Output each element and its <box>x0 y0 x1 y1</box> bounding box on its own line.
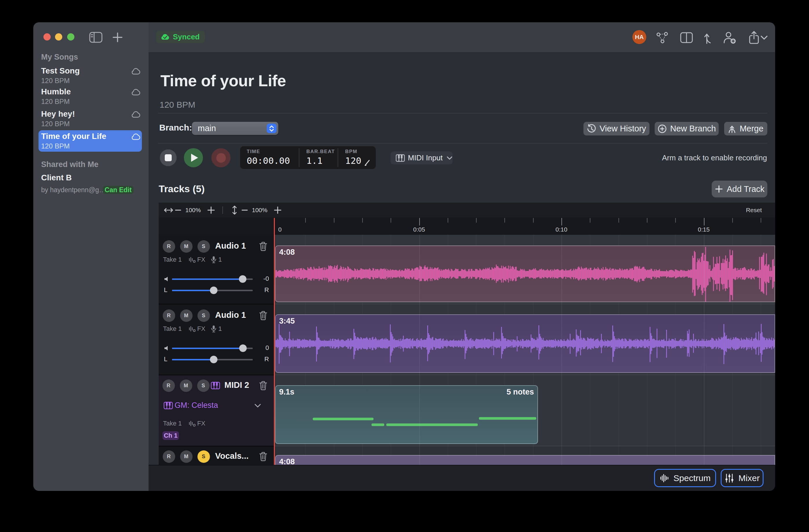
record-arm-button[interactable]: R <box>163 309 175 322</box>
delete-track-button[interactable] <box>259 451 268 461</box>
volume-slider[interactable] <box>172 348 253 349</box>
add-track-button[interactable]: Add Track <box>712 181 767 197</box>
v-zoom-out-button[interactable] <box>241 202 248 217</box>
share-menu-chevron[interactable] <box>758 22 770 53</box>
volume-slider-fill <box>172 279 243 280</box>
bpm-display[interactable]: BPM 120 <box>338 146 376 169</box>
mic-count: 1 <box>218 325 222 333</box>
split-view-button[interactable] <box>680 22 693 53</box>
close-window-button[interactable] <box>44 33 51 40</box>
record-button[interactable] <box>211 148 230 167</box>
volume-slider[interactable] <box>172 279 253 280</box>
track-divider <box>159 375 274 375</box>
sidebar-section-shared: Shared with Me <box>41 160 99 169</box>
tracks-heading: Tracks (5) <box>159 183 205 195</box>
volume-slider-knob[interactable] <box>239 275 246 283</box>
clip-duration-label: 9.1s <box>279 388 294 396</box>
sync-status-badge[interactable]: Synced <box>156 31 205 43</box>
stop-button[interactable] <box>160 149 177 166</box>
zoom-window-button[interactable] <box>67 33 74 40</box>
spectrum-button[interactable]: Spectrum <box>654 469 716 487</box>
ruler-tick <box>476 218 477 223</box>
ruler-tick <box>362 218 363 223</box>
solo-button[interactable]: S <box>197 309 210 322</box>
volume-slider-fill <box>172 348 243 349</box>
mic-icon <box>211 256 217 263</box>
record-arm-button[interactable]: R <box>163 240 175 253</box>
playhead[interactable] <box>274 218 275 465</box>
new-branch-button[interactable]: New Branch <box>655 122 719 136</box>
ruler-label: 0:10 <box>556 226 568 233</box>
timeline-ruler[interactable]: 00:050:100:15 <box>159 217 775 235</box>
edit-bpm-pencil-icon[interactable] <box>364 159 371 166</box>
take-label: Take 1 <box>163 420 182 427</box>
mute-button[interactable]: M <box>180 379 192 392</box>
fx-icon[interactable] <box>189 256 196 263</box>
ruler-tick <box>391 218 391 223</box>
horizontal-arrows-icon <box>164 208 173 213</box>
pan-slider[interactable] <box>172 359 253 360</box>
toggle-sidebar-icon[interactable] <box>89 32 103 43</box>
piano-icon <box>163 402 173 409</box>
ruler-label: 0 <box>278 226 282 233</box>
stop-icon <box>165 154 172 161</box>
record-arm-button[interactable]: R <box>163 450 175 463</box>
mute-button[interactable]: M <box>180 450 192 463</box>
history-clock-icon <box>587 124 596 134</box>
mute-button[interactable]: M <box>180 240 192 253</box>
minimize-window-button[interactable] <box>55 33 62 40</box>
ruler-tick <box>704 218 704 226</box>
ruler-tick <box>448 218 448 223</box>
midi-note <box>372 423 384 426</box>
mic-icon <box>211 325 217 333</box>
v-zoom-in-button[interactable] <box>274 202 281 217</box>
record-arm-button[interactable]: R <box>162 379 175 392</box>
branch-label: Branch: <box>159 123 192 132</box>
avatar[interactable]: HA <box>632 30 646 44</box>
instrument-chevron-icon[interactable] <box>254 404 261 408</box>
midi-clip[interactable]: 9.1s5 notes <box>275 385 538 444</box>
arm-track-hint: Arm a track to enable recording <box>662 154 767 162</box>
mute-button[interactable]: M <box>180 309 192 322</box>
add-collaborator-button[interactable] <box>723 22 736 53</box>
barbeat-display: BAR.BEAT 1.1 <box>299 146 338 169</box>
solo-button[interactable]: S <box>197 379 210 392</box>
audio-clip[interactable]: 4:08 <box>275 246 775 302</box>
pan-slider[interactable] <box>172 290 253 291</box>
track-divider <box>274 446 775 446</box>
sidebar: My Songs Test Song 120 BPM Humble 120 BP… <box>33 22 149 491</box>
volume-slider-knob[interactable] <box>239 344 247 352</box>
fx-icon[interactable] <box>189 325 196 332</box>
reset-zoom-button[interactable]: Reset <box>746 202 762 217</box>
version-graph-button[interactable] <box>656 22 669 53</box>
follow-playhead-button[interactable] <box>702 22 715 53</box>
h-zoom-in-button[interactable] <box>207 202 215 217</box>
fx-icon[interactable] <box>189 420 196 427</box>
new-song-button[interactable] <box>113 32 123 42</box>
delete-track-button[interactable] <box>259 311 268 320</box>
midi-input-select[interactable]: MIDI Input <box>391 152 452 164</box>
delete-track-button[interactable] <box>259 380 268 390</box>
merge-button[interactable]: Merge <box>724 122 767 136</box>
pan-right-label: R <box>260 355 269 363</box>
gridline-second <box>732 375 733 446</box>
clip-duration-label: 4:08 <box>279 248 295 257</box>
gridline-second <box>675 375 676 446</box>
ruler-tick <box>590 218 590 223</box>
delete-track-button[interactable] <box>259 242 268 251</box>
solo-button[interactable]: S <box>197 450 210 463</box>
pan-slider-knob[interactable] <box>210 356 218 363</box>
clip-duration-label: 4:08 <box>279 457 295 465</box>
pan-slider-knob[interactable] <box>210 286 218 294</box>
track-divider <box>274 304 775 304</box>
branch-select[interactable]: main <box>192 122 278 135</box>
solo-button[interactable]: S <box>197 240 210 253</box>
h-zoom-out-button[interactable] <box>175 202 181 217</box>
mixer-button[interactable]: Mixer <box>721 469 763 487</box>
toolbar: Synced HA <box>149 22 775 53</box>
play-button[interactable] <box>184 148 203 167</box>
audio-clip[interactable]: 4:08 <box>275 455 775 465</box>
audio-clip[interactable]: 3:45 <box>275 314 775 373</box>
pan-left-label: L <box>164 355 167 363</box>
view-history-button[interactable]: View History <box>583 122 650 136</box>
